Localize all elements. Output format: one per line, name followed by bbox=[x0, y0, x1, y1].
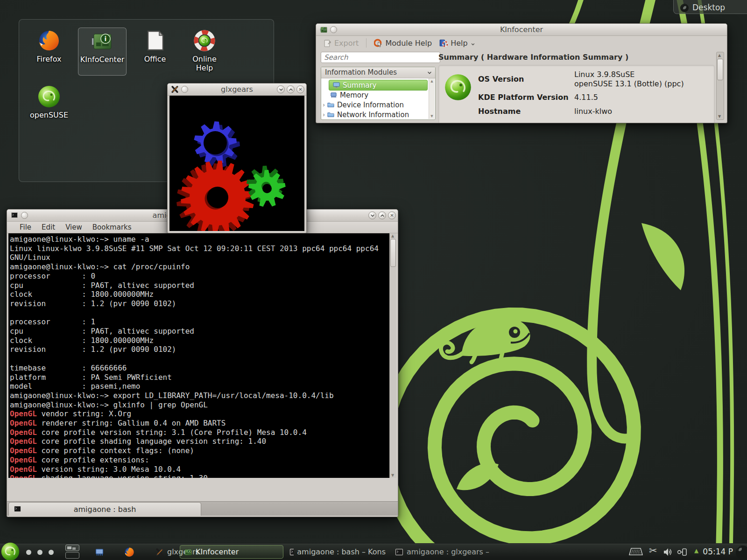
info-value: openSUSE 13.1 (Bottle) (ppc) bbox=[574, 79, 684, 88]
help-button[interactable]: Help bbox=[439, 39, 475, 48]
opensuse-logo-icon bbox=[444, 74, 472, 101]
keyboard-layout-icon[interactable] bbox=[628, 547, 643, 557]
module-help-button[interactable]: Module Help bbox=[374, 39, 432, 48]
folder-icon bbox=[327, 101, 334, 108]
maximize-button[interactable] bbox=[378, 211, 386, 219]
konsole-icon bbox=[289, 548, 294, 556]
minimize-button[interactable] bbox=[277, 85, 285, 93]
launcher-dot[interactable] bbox=[49, 550, 54, 555]
terminal-scrollbar[interactable]: ▲ ▼ bbox=[389, 233, 396, 478]
scrollbar-thumb[interactable] bbox=[390, 239, 396, 267]
pager-desktop-2[interactable] bbox=[65, 552, 79, 559]
window-menu-button[interactable] bbox=[330, 26, 337, 33]
close-button[interactable]: ✕ bbox=[388, 211, 396, 219]
menu-bookmarks[interactable]: Bookmarks bbox=[87, 223, 137, 231]
task-kinfocenter[interactable]: KInfocenter bbox=[180, 545, 283, 559]
quicklaunch-firefox-icon[interactable] bbox=[124, 547, 134, 557]
module-tree-panel: Information Modules Summary › Memory › D… bbox=[321, 67, 436, 120]
menu-view[interactable]: View bbox=[60, 223, 87, 231]
tab-amigaone-bash[interactable]: amigaone : bash bbox=[8, 502, 201, 516]
desktop-icon-office[interactable]: Office bbox=[131, 29, 179, 63]
konsole-window-icon bbox=[11, 211, 18, 219]
digital-clock[interactable]: 05:14 P bbox=[703, 547, 733, 556]
launcher-dot[interactable] bbox=[26, 550, 31, 555]
xorg-icon bbox=[155, 548, 164, 556]
desktop-icon-label: KInfoCenter bbox=[79, 55, 125, 64]
window-title: glxgears bbox=[221, 85, 253, 94]
office-icon bbox=[144, 29, 166, 52]
window-scrollbar[interactable]: ▲ ▼ bbox=[716, 52, 724, 120]
export-icon bbox=[324, 39, 331, 47]
kinfocenter-icon bbox=[184, 548, 192, 556]
volume-icon[interactable] bbox=[663, 547, 672, 557]
taskbar-panel: glxgears KInfocenter amigaone : bash – K… bbox=[0, 543, 747, 560]
minimize-button[interactable] bbox=[368, 211, 376, 219]
xorg-icon bbox=[171, 85, 179, 93]
desktop-icon-label: openSUSE bbox=[25, 111, 73, 119]
expander-icon[interactable]: › bbox=[323, 101, 327, 108]
window-menu-button[interactable] bbox=[21, 212, 28, 219]
panel-cashew-icon[interactable] bbox=[736, 546, 747, 560]
window-menu-button[interactable] bbox=[181, 86, 188, 93]
terminal-output[interactable]: amigaone@linux-klwo:~> uname -aLinux lin… bbox=[8, 233, 390, 478]
desktop-icon-opensuse[interactable]: openSUSE bbox=[25, 85, 73, 119]
module-help-icon bbox=[374, 39, 382, 47]
scrollbar-thumb[interactable] bbox=[717, 59, 723, 80]
tree-item-network-information[interactable]: › Network Information bbox=[321, 110, 429, 119]
desktop-icon-kinfocenter[interactable]: KInfoCenter bbox=[78, 28, 127, 76]
desktop-icon-firefox[interactable]: Firefox bbox=[25, 29, 73, 63]
memory-icon bbox=[330, 91, 337, 98]
toolbar-separator bbox=[366, 38, 366, 48]
launcher-dot[interactable] bbox=[37, 550, 42, 555]
close-button[interactable]: ✕ bbox=[296, 85, 304, 93]
kinfocenter-window: KInfocenter ? ✕ Export Module Help Help … bbox=[316, 23, 727, 123]
glxgears-window: glxgears ✕ bbox=[167, 83, 307, 233]
chevron-down-icon bbox=[471, 42, 475, 47]
glxgears-titlebar[interactable]: glxgears ✕ bbox=[168, 84, 306, 96]
klipper-scissors-icon[interactable]: ✂ bbox=[649, 545, 657, 556]
export-button[interactable]: Export bbox=[324, 39, 359, 48]
tray-expand-arrow-icon[interactable]: ▲ bbox=[694, 547, 698, 554]
opensuse-icon bbox=[38, 85, 60, 108]
info-value: linux-klwo bbox=[574, 107, 612, 116]
tree-item-summary[interactable]: Summary bbox=[329, 80, 428, 91]
desktop-icon-label: Online Help bbox=[186, 55, 223, 72]
chevron-down-icon bbox=[427, 70, 432, 76]
kinfocenter-titlebar[interactable]: KInfocenter ? ✕ bbox=[316, 24, 727, 36]
search-input[interactable] bbox=[321, 52, 440, 63]
konsole-icon bbox=[395, 548, 403, 556]
device-notifier-icon[interactable] bbox=[677, 547, 687, 557]
cashew-icon bbox=[680, 4, 689, 12]
info-value: 4.11.5 bbox=[574, 93, 598, 102]
online-help-icon bbox=[193, 29, 216, 52]
desktop-icon-online-help[interactable]: Online Help bbox=[180, 29, 229, 72]
maximize-button[interactable] bbox=[287, 85, 295, 93]
task-konsole-glxgears[interactable]: amigaone : glxgears – bbox=[391, 545, 495, 559]
desktop-toolbox[interactable]: Desktop bbox=[673, 0, 747, 14]
info-label: KDE Platform Version bbox=[478, 93, 569, 102]
toolbox-label: Desktop bbox=[692, 3, 725, 12]
info-label: OS Version bbox=[478, 75, 524, 84]
desktop-icon-label: Office bbox=[131, 55, 179, 63]
gears-graphic bbox=[169, 96, 304, 231]
desktop-icon-label: Firefox bbox=[25, 55, 73, 63]
tree-item-device-information[interactable]: › Device Information bbox=[321, 100, 429, 110]
menu-edit[interactable]: Edit bbox=[36, 223, 60, 231]
info-value: Linux 3.9.8SuSE bbox=[574, 70, 634, 79]
kinfocenter-window-icon bbox=[320, 26, 328, 34]
module-combo[interactable]: Information Modules bbox=[321, 67, 435, 78]
task-konsole-bash[interactable]: amigaone : bash – Kons bbox=[286, 545, 389, 559]
tab-label: amigaone : bash bbox=[9, 505, 201, 514]
folder-icon bbox=[327, 111, 334, 118]
info-label: Hostname bbox=[478, 107, 521, 116]
konsole-tabbar: amigaone : bash bbox=[7, 501, 398, 516]
tree-item-memory[interactable]: › Memory bbox=[321, 90, 429, 100]
quicklaunch-files-icon[interactable] bbox=[95, 547, 104, 557]
tree-scrollbar[interactable]: ▲▼ bbox=[429, 78, 435, 119]
kickoff-launcher-icon[interactable] bbox=[1, 542, 20, 560]
pager-desktop-1[interactable] bbox=[65, 545, 79, 551]
glxgears-canvas bbox=[169, 96, 304, 231]
menu-file[interactable]: File bbox=[14, 223, 36, 231]
expander-icon[interactable]: › bbox=[323, 111, 327, 118]
kinfocenter-toolbar: Export Module Help Help bbox=[316, 36, 727, 50]
